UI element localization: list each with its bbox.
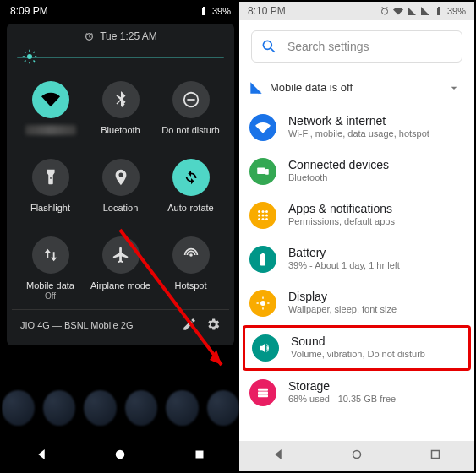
next-alarm[interactable]: Tue 1:25 AM	[12, 30, 229, 42]
chevron-down-icon	[447, 81, 461, 95]
nav-back-button[interactable]	[34, 447, 49, 465]
svg-rect-40	[431, 451, 439, 459]
devices-icon	[255, 164, 271, 179]
dnd-icon	[182, 90, 200, 109]
signal-off-icon: ×	[249, 81, 263, 95]
status-bar-right: 8:10 PM 39%	[239, 2, 474, 20]
svg-point-26	[262, 215, 265, 217]
svg-rect-36	[258, 389, 268, 391]
search-placeholder: Search settings	[287, 40, 369, 53]
battery-icon	[434, 6, 444, 16]
svg-point-11	[189, 253, 193, 257]
tile-airplane[interactable]: Airplane mode	[85, 236, 156, 301]
wifi-ssid-blurred	[25, 125, 76, 135]
tile-bluetooth[interactable]: Bluetooth	[85, 81, 156, 135]
svg-line-7	[25, 61, 26, 63]
svg-point-28	[258, 218, 260, 220]
svg-rect-37	[258, 392, 268, 394]
tile-wifi[interactable]	[15, 81, 85, 135]
battery-icon	[255, 252, 271, 267]
navbar-left	[2, 441, 239, 471]
carrier-text: JIO 4G — BSNL Mobile 2G	[20, 320, 133, 330]
edit-button[interactable]	[182, 317, 197, 334]
tile-dnd[interactable]: Do not disturb	[156, 81, 226, 135]
svg-point-29	[262, 218, 265, 220]
autorotate-icon	[182, 168, 200, 187]
svg-point-24	[265, 210, 268, 213]
apps-icon	[255, 208, 271, 223]
svg-point-27	[265, 215, 268, 217]
svg-rect-10	[187, 99, 194, 101]
airplane-icon	[112, 246, 130, 264]
svg-point-16	[381, 8, 387, 14]
nav-home-button[interactable]	[349, 447, 364, 465]
item-network[interactable]: Network & internetWi-Fi, mobile, data us…	[239, 106, 474, 150]
nav-recents-button[interactable]	[192, 447, 207, 465]
alarm-icon	[84, 31, 95, 42]
svg-marker-13	[210, 350, 222, 365]
svg-line-8	[34, 52, 36, 53]
svg-line-5	[25, 52, 26, 53]
battery-icon	[199, 6, 209, 16]
tile-location[interactable]: Location	[85, 159, 156, 213]
status-bar-left: 8:09 PM 39%	[2, 2, 239, 20]
tile-hotspot[interactable]: Hotspot	[156, 236, 226, 301]
battery-pct: 39%	[447, 6, 466, 16]
svg-point-25	[258, 215, 260, 217]
svg-point-30	[265, 218, 268, 220]
svg-rect-20	[257, 168, 265, 175]
svg-point-23	[262, 210, 265, 213]
bluetooth-icon	[112, 90, 130, 109]
svg-point-39	[353, 451, 360, 459]
svg-point-31	[260, 301, 265, 306]
status-time: 8:09 PM	[10, 5, 48, 17]
suggestion-mobile-data-off[interactable]: × Mobile data is off	[239, 73, 474, 106]
location-icon	[112, 168, 130, 187]
svg-point-14	[116, 450, 125, 459]
item-display[interactable]: DisplayWallpaper, sleep, font size	[239, 281, 474, 325]
tile-flashlight[interactable]: Flashlight	[15, 159, 85, 213]
navbar-right	[239, 441, 474, 471]
svg-line-6	[34, 61, 36, 63]
tile-autorotate[interactable]: Auto-rotate	[156, 159, 226, 213]
item-storage[interactable]: Storage68% used - 10.35 GB free	[239, 371, 474, 415]
search-icon	[260, 38, 277, 55]
flashlight-icon	[41, 168, 60, 187]
svg-text:×: ×	[258, 90, 261, 95]
search-settings[interactable]: Search settings	[251, 30, 462, 63]
status-time: 8:10 PM	[248, 5, 286, 17]
item-connected-devices[interactable]: Connected devicesBluetooth	[239, 150, 474, 193]
quick-settings-panel: Tue 1:25 AM Bluetooth Do	[7, 24, 234, 345]
svg-rect-38	[258, 394, 268, 397]
launcher-dock-blurred	[2, 390, 239, 441]
item-apps[interactable]: Apps & notificationsPermissions, default…	[239, 193, 474, 237]
hotspot-icon	[182, 246, 200, 264]
volume-icon	[258, 340, 273, 356]
signal-icon	[407, 6, 417, 16]
nav-back-button[interactable]	[271, 447, 286, 465]
nav-recents-button[interactable]	[428, 447, 443, 465]
settings-list: Network & internetWi-Fi, mobile, data us…	[239, 106, 474, 449]
svg-point-17	[263, 41, 271, 49]
item-battery[interactable]: Battery39% - About 1 day, 1 hr left	[239, 237, 474, 281]
brightness-slider[interactable]	[17, 49, 224, 66]
wifi-icon	[393, 6, 403, 16]
qs-footer: JIO 4G — BSNL Mobile 2G	[12, 309, 229, 340]
brightness-thumb[interactable]	[22, 49, 37, 64]
storage-icon	[255, 385, 271, 400]
svg-rect-21	[265, 169, 269, 175]
wifi-icon	[255, 120, 271, 135]
settings-button[interactable]	[205, 317, 221, 334]
battery-pct: 39%	[212, 6, 231, 16]
item-sound[interactable]: SoundVolume, vibration, Do not disturb	[243, 325, 471, 371]
tile-mobiledata[interactable]: Mobile data Off	[15, 236, 85, 301]
brightness-icon	[255, 296, 271, 311]
svg-point-22	[258, 210, 260, 213]
svg-rect-15	[196, 451, 204, 459]
alarm-icon	[380, 6, 390, 16]
svg-point-0	[27, 54, 32, 59]
data-icon	[41, 246, 60, 264]
alarm-time: Tue 1:25 AM	[100, 30, 157, 42]
signal-icon	[420, 6, 430, 16]
nav-home-button[interactable]	[112, 447, 128, 465]
